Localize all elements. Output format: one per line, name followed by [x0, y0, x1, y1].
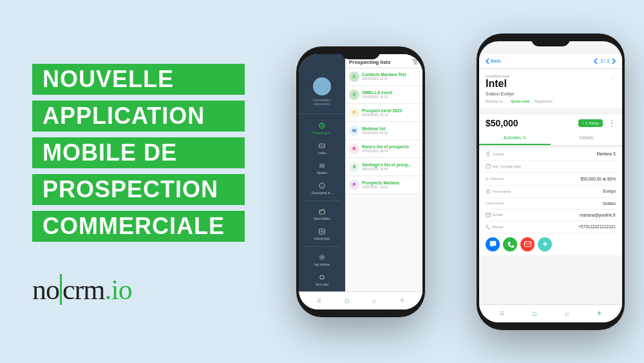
- list-item-date-7: 14/07/2022, 10:31: [362, 185, 399, 189]
- gear-icon: [317, 253, 327, 262]
- sidebar-item-pipeline[interactable]: Pipeline: [299, 158, 345, 178]
- prev-arrow-icon[interactable]: [594, 58, 598, 64]
- nav-menu-icon-right[interactable]: ≡: [500, 309, 504, 318]
- firstname-label: First name: [486, 189, 527, 194]
- list-item-name-5: Rana's list of prospects: [362, 144, 409, 149]
- svg-point-14: [319, 255, 325, 260]
- phone-right-screen: Back 2 / 3 Qualified lead Intel ☆ Sol: [479, 41, 622, 322]
- list-item[interactable]: P Prospect excel 2023 23/02/2023, 10:13: [345, 104, 422, 122]
- headline-line2: APPLICATION: [43, 103, 205, 129]
- list-item[interactable]: R Rana's list of prospects 15/02/2023, 0…: [345, 141, 422, 158]
- logo-crm: crm.io: [62, 273, 132, 306]
- list-item[interactable]: W Webinar list 23/02/2023, 09:02: [345, 123, 422, 140]
- svg-point-1: [321, 124, 323, 126]
- detail-row-firstname: First name Evelyn: [486, 186, 616, 198]
- sidebar-item-leads[interactable]: Leads: [299, 138, 345, 158]
- corp-text: corp.nocrm.: [303, 102, 341, 106]
- sidebar-item-app-settings[interactable]: App settings: [299, 250, 345, 270]
- list-item-name-4: Webinar list: [362, 126, 388, 131]
- deal-amount: $50,000: [486, 118, 573, 128]
- sidebar-header: Connected c corp.nocrm.: [299, 72, 345, 114]
- chat-button[interactable]: [486, 237, 500, 251]
- list-item[interactable]: C Contacts Mariana Test 23/02/2023, 11:4…: [345, 68, 422, 86]
- headline-line4: PROSPECTION: [43, 176, 218, 202]
- list-item-date-4: 23/02/2023, 09:02: [362, 131, 388, 135]
- step-negotiation: Negotiation: [535, 99, 553, 103]
- tab-activities-label: Activities ①: [504, 135, 527, 140]
- detail-row-closing: Est. closing date: [486, 161, 616, 173]
- list-item[interactable]: P Prospects Mariana 14/07/2022, 10:31: [345, 177, 422, 194]
- nav-search-icon-right[interactable]: ⌕: [565, 309, 569, 318]
- headline-block-3: MOBILE DE: [32, 137, 245, 168]
- detail-row-amount: # Amount $50,000.00 at 80%: [486, 173, 616, 186]
- tab-details[interactable]: Details: [551, 132, 622, 145]
- list-item-name-6: Santiago's list of prosp...: [362, 162, 412, 167]
- phone-label: Phone: [486, 224, 527, 230]
- activity-feed-icon: [317, 227, 327, 236]
- nav-add-icon[interactable]: +: [400, 296, 404, 305]
- sidebar-label-pipeline: Pipeline: [317, 172, 327, 175]
- pipeline-steps: Meeting sc... › Quote sent › Negotiation: [486, 99, 616, 103]
- sidebar-item-prospecting[interactable]: Prospecting li...: [299, 118, 345, 138]
- add-button[interactable]: [538, 237, 552, 251]
- sync-icon: [317, 273, 327, 282]
- detail-row-lastname: Last name Solano: [486, 198, 616, 210]
- sidebar-label-app-settings: App settings: [314, 263, 330, 266]
- list-item-name-1: Contacts Mariana Test: [362, 72, 406, 77]
- sidebar-item-activity-feed[interactable]: Activity feed: [299, 224, 345, 244]
- star-icon[interactable]: ☆: [610, 74, 616, 81]
- svg-rect-10: [319, 229, 325, 234]
- sidebar-item-unassigned[interactable]: ! Unassigned le...: [299, 178, 345, 198]
- sidebar-label-sync-data: Sync data: [316, 283, 328, 286]
- list-item[interactable]: S Santiago's list of prosp... 20/01/2023…: [345, 159, 422, 176]
- today-icon: ↑ 1: [582, 121, 587, 125]
- more-options-button[interactable]: ⋮: [608, 119, 616, 128]
- calendar-icon: [486, 164, 491, 169]
- email-button[interactable]: [520, 237, 535, 251]
- logo-no: no: [32, 273, 59, 306]
- sidebar-item-client-folders[interactable]: Client folders: [299, 204, 345, 224]
- sidebar-label-activity-feed: Activity feed: [314, 237, 330, 240]
- headline: NOUVELLE APPLICATION MOBILE DE PROSPECTI…: [32, 64, 245, 245]
- nav-pagination: 2 / 3: [594, 58, 616, 64]
- next-arrow-icon[interactable]: [612, 58, 616, 64]
- headline-block-2: APPLICATION: [32, 101, 245, 132]
- today-badge: ↑ 1 Today: [578, 119, 603, 127]
- owner-label: Owner: [486, 152, 527, 157]
- detail-row-email: Email mariana@yoolink.fr: [486, 210, 616, 221]
- deal-title: Intel: [486, 78, 509, 90]
- step-quote: Quote sent: [511, 99, 529, 103]
- owner-value: Mariana S: [527, 152, 616, 156]
- headline-line5: COMMERCIALE: [43, 213, 225, 239]
- list-items: C Contacts Mariana Test 23/02/2023, 11:4…: [345, 68, 422, 309]
- page-indicator: 2 / 3: [600, 59, 609, 63]
- prospecting-icon: [317, 121, 327, 130]
- headline-block-5: COMMERCIALE: [32, 211, 245, 242]
- sidebar-label-leads: Leads: [318, 152, 326, 155]
- back-button[interactable]: Back: [486, 58, 501, 64]
- nav-home-icon[interactable]: ⌂: [345, 296, 349, 305]
- list-item-date-6: 20/01/2023, 15:56: [362, 167, 412, 171]
- detail-header: Back 2 / 3: [479, 54, 622, 69]
- action-buttons: [479, 233, 622, 255]
- nav-search-icon[interactable]: ⌕: [372, 296, 377, 305]
- deal-amount-row: $50,000 ↑ 1 Today ⋮: [479, 113, 622, 132]
- sidebar-label-unassigned: Unassigned le...: [312, 191, 332, 195]
- list-item-name-2: SMBs LA event: [362, 90, 392, 95]
- email-value: mariana@yoolink.fr: [527, 213, 616, 217]
- client-folders-icon: [317, 207, 327, 216]
- svg-point-13: [321, 256, 323, 259]
- person-icon: [486, 189, 491, 194]
- list-item[interactable]: S SMBs LA event 23/02/2023, 10:23: [345, 86, 422, 104]
- today-label: Today: [589, 121, 599, 125]
- nav-add-icon-right[interactable]: +: [597, 309, 601, 318]
- filter-icon[interactable]: [412, 59, 419, 64]
- nav-home-icon-right[interactable]: ⌂: [532, 309, 536, 318]
- phone-icon: [486, 224, 490, 230]
- sidebar-item-sync-data[interactable]: Sync data: [299, 270, 345, 289]
- tab-activities[interactable]: Activities ①: [479, 132, 551, 145]
- owner-icon: [486, 152, 491, 157]
- call-button[interactable]: [503, 237, 517, 251]
- svg-rect-20: [486, 164, 490, 168]
- email-label: Email: [486, 213, 527, 217]
